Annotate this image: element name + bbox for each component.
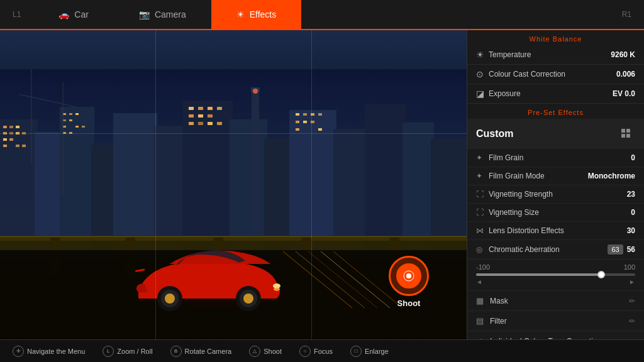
lens-distortion-icon: ⋈ <box>476 226 489 235</box>
temperature-icon: ☀ <box>476 50 489 60</box>
lens-distortion-row: ⋈ Lens Distortion Effects 30 <box>467 222 644 240</box>
svg-rect-29 <box>69 113 72 115</box>
svg-rect-41 <box>208 107 213 110</box>
slider-arrow-right[interactable]: ► <box>629 278 635 285</box>
filter-icon: ▤ <box>476 316 490 326</box>
mask-edit-icon[interactable]: ✏ <box>629 297 635 305</box>
svg-rect-17 <box>9 126 13 128</box>
svg-rect-56 <box>318 113 322 116</box>
mask-action-row[interactable]: ▦ Mask ✏ <box>467 291 644 311</box>
svg-rect-24 <box>9 138 13 141</box>
svg-point-52 <box>253 89 258 94</box>
colour-cast-row: ⊙ Colour Cast Correction 0.006 <box>467 65 644 84</box>
right-panel: White Balance ☀ Temperature 9260 K ⊙ Col… <box>467 30 644 339</box>
camera-shutter-icon <box>402 270 415 282</box>
bottom-zoom: L Zoom / Roll <box>103 346 152 357</box>
nav-r1[interactable]: R1 <box>609 0 644 29</box>
svg-rect-20 <box>9 132 13 134</box>
svg-rect-21 <box>16 132 19 134</box>
shoot-button-container: Shoot <box>389 256 429 308</box>
nav-tab-car[interactable]: 🚗 Car <box>33 0 114 29</box>
lens-distortion-value: 30 <box>627 226 635 235</box>
exposure-value: EV 0.0 <box>613 89 635 98</box>
svg-rect-91 <box>626 129 630 133</box>
vignetting-size-label: Vignetting Size <box>489 208 631 217</box>
slider-track[interactable] <box>476 273 635 276</box>
filter-action-row[interactable]: ▤ Filter ✏ <box>467 311 644 331</box>
slider-min-label: -100 <box>476 263 490 271</box>
exposure-label: Exposure <box>489 89 613 98</box>
slider-arrow-left[interactable]: ◄ <box>476 278 482 285</box>
chromatic-aberration-slider[interactable]: -100 100 ◄ ► <box>467 260 644 291</box>
nav-tab-effects[interactable]: ☀ Effects <box>211 0 302 29</box>
white-balance-header: White Balance <box>467 30 644 45</box>
svg-rect-33 <box>63 126 66 128</box>
svg-rect-60 <box>296 128 299 131</box>
film-grain-mode-label: Film Grain Mode <box>489 172 588 180</box>
rotate-icon: B <box>170 346 182 357</box>
shoot-button[interactable] <box>389 256 429 296</box>
shoot-btn-icon: △ <box>249 346 260 357</box>
vignetting-strength-row: ⛶ Vignetting Strength 23 <box>467 185 644 204</box>
camera-viewport: Shoot <box>0 30 467 339</box>
svg-rect-43 <box>189 114 194 118</box>
film-grain-value: 0 <box>631 153 635 162</box>
colour-cast-value: 0.006 <box>616 70 635 79</box>
film-grain-mode-icon: ✦ <box>476 172 489 180</box>
navigate-icon: ✛ <box>13 346 24 357</box>
svg-rect-27 <box>22 145 26 147</box>
bottom-bar: ✛ Navigate the Menu L Zoom / Roll B Rota… <box>0 339 644 362</box>
svg-rect-46 <box>189 122 194 125</box>
vignetting-strength-value: 23 <box>627 190 635 199</box>
temperature-row: ☀ Temperature 9260 K <box>467 45 644 65</box>
svg-rect-48 <box>208 122 213 125</box>
colour-tone-action-row[interactable]: ⇌ Individual Colour Tone Correction » <box>467 331 644 339</box>
film-grain-label: Film Grain <box>489 153 631 162</box>
preset-effects-header: Pre-Set Effects <box>467 104 644 119</box>
slider-thumb[interactable] <box>597 271 605 278</box>
l1-label: L1 <box>13 10 21 19</box>
vignetting-size-value: 0 <box>631 208 635 217</box>
vignetting-size-row: ⛶ Vignetting Size 0 <box>467 204 644 222</box>
svg-point-86 <box>274 287 280 291</box>
svg-rect-23 <box>3 138 7 141</box>
filter-edit-icon[interactable]: ✏ <box>629 317 635 326</box>
svg-rect-54 <box>303 113 307 116</box>
preset-selector[interactable]: Custom <box>467 119 644 149</box>
film-grain-icon: ✦ <box>476 153 489 162</box>
svg-rect-34 <box>75 126 79 128</box>
slider-arrows: ◄ ► <box>476 278 635 285</box>
svg-rect-40 <box>198 107 203 110</box>
colour-cast-label: Colour Cast Correction <box>489 70 616 79</box>
lens-distortion-label: Lens Distortion Effects <box>489 226 627 235</box>
svg-rect-38 <box>186 104 230 258</box>
colour-cast-icon: ⊙ <box>476 69 489 79</box>
mask-label: Mask <box>490 297 629 305</box>
shoot-bottom-label: Shoot <box>264 348 282 355</box>
scene-background: Shoot <box>0 30 467 339</box>
nav-tab-effects-label: Effects <box>250 9 277 19</box>
camera-icon: 📷 <box>139 9 150 19</box>
svg-rect-36 <box>63 132 66 134</box>
nav-l1[interactable]: L1 <box>0 0 33 29</box>
car-icon: 🚗 <box>58 9 69 19</box>
svg-rect-55 <box>311 113 314 116</box>
slider-fill <box>476 273 605 276</box>
svg-rect-47 <box>198 122 203 125</box>
svg-rect-32 <box>69 119 72 121</box>
svg-rect-61 <box>318 128 322 131</box>
nav-tab-camera[interactable]: 📷 Camera <box>114 0 211 29</box>
svg-rect-37 <box>69 132 72 134</box>
svg-rect-58 <box>303 121 307 123</box>
chromatic-aberration-label: Chromatic Aberration <box>489 245 608 254</box>
svg-rect-16 <box>3 126 7 128</box>
svg-rect-28 <box>63 113 66 115</box>
bottom-rotate: B Rotate Camera <box>170 346 232 357</box>
svg-point-84 <box>243 293 253 304</box>
top-navigation: L1 🚗 Car 📷 Camera ☀ Effects R1 <box>0 0 644 30</box>
film-grain-mode-row: ✦ Film Grain Mode Monochrome <box>467 167 644 185</box>
zoom-icon: L <box>103 346 114 357</box>
preset-grid-button[interactable] <box>618 125 635 143</box>
exposure-icon: ◪ <box>476 89 489 99</box>
shoot-label: Shoot <box>397 299 421 308</box>
